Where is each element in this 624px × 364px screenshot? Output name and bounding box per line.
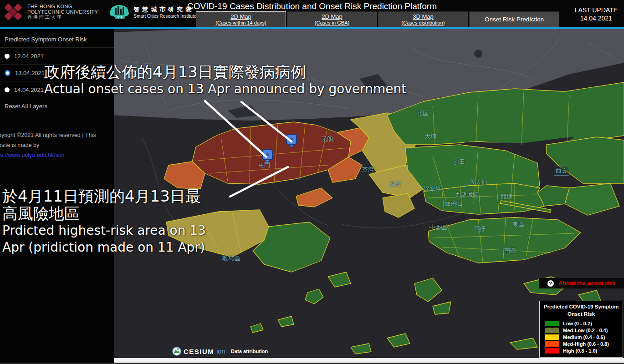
legend-item-high: High (0.8 - 1.0) bbox=[540, 347, 623, 354]
district-label: 深水埗 bbox=[424, 185, 442, 193]
sidebar-section-title: Predicted Symptom Onset Risk bbox=[0, 29, 114, 48]
annotation-actual-onset: 政府後續公佈的4月13日實際發病病例 Actual onset cases on… bbox=[44, 63, 406, 97]
legend-swatch bbox=[545, 341, 559, 347]
district-label: 南區 bbox=[504, 247, 516, 255]
district-label: 灣仔 bbox=[474, 225, 486, 233]
cesium-product: ion bbox=[216, 348, 225, 355]
radio-icon[interactable] bbox=[5, 87, 10, 92]
legend-item-med-low: Med-Low (0.2 - 0.4) bbox=[540, 327, 623, 334]
district-label: 葵青 bbox=[389, 180, 401, 188]
app-window: THE HONG KONG POLYTECHNIC UNIVERSITY 香港理… bbox=[0, 0, 624, 364]
reset-all-layers-button[interactable]: Reset All Layers bbox=[0, 98, 114, 114]
district-label: 黃大仙 bbox=[470, 178, 487, 186]
scri-website-link[interactable]: https://www.polyu.edu.hk/scri bbox=[0, 152, 64, 158]
legend-item-low: Low (0 - 0.2) bbox=[540, 320, 623, 327]
reset-all-layers-label: Reset All Layers bbox=[5, 103, 47, 110]
legend-rows: Low (0 - 0.2) Med-Low (0.2 - 0.4) Medium… bbox=[540, 320, 623, 354]
date-option-label: 14.04.2021 bbox=[14, 86, 44, 93]
district-label: 西貢 bbox=[554, 166, 569, 176]
copyright-notice: Copyright ©2021 All rights reserved | Th… bbox=[0, 130, 114, 160]
logo-area: THE HONG KONG POLYTECHNIC UNIVERSITY 香港理… bbox=[4, 3, 196, 21]
legend-title-line1: Predicted COVID-19 Symptom bbox=[540, 303, 623, 310]
legend-item-med-high: Med-High (0.6 - 0.8) bbox=[540, 340, 623, 347]
tab-2d-map-14-days[interactable]: 2D Map (Cases within 14 days) bbox=[196, 11, 286, 27]
svg-text:SCRI: SCRI bbox=[117, 16, 123, 19]
page-title: COVID-19 Cases Distribution and Onset Ri… bbox=[187, 1, 437, 11]
district-label: 沙田 bbox=[453, 158, 465, 166]
legend-swatch bbox=[545, 348, 559, 354]
tab-bar: 2D Map (Cases within 14 days) 2D Map (Ca… bbox=[196, 11, 559, 27]
date-option-12-04-2021[interactable]: 12.04.2021 bbox=[0, 48, 114, 65]
question-icon: ? bbox=[547, 280, 554, 287]
district-label: 中西區 bbox=[430, 223, 447, 232]
district-label: 東區 bbox=[512, 220, 524, 228]
tab-onset-risk-prediction[interactable]: Onset Risk Prediction bbox=[469, 11, 559, 27]
polyu-logo-text: THE HONG KONG POLYTECHNIC UNIVERSITY 香港理… bbox=[27, 4, 98, 20]
last-update: LAST UPDATE 14.04.2021 bbox=[575, 6, 618, 22]
radio-icon[interactable] bbox=[5, 54, 10, 59]
legend-swatch bbox=[545, 334, 559, 340]
about-onset-risk-button[interactable]: ? About the onset risk bbox=[539, 278, 624, 288]
cesium-attribution[interactable]: CESIUM ion Data attribution bbox=[172, 347, 268, 356]
district-label: 屯門 bbox=[258, 161, 270, 169]
district-label: 大埔 bbox=[425, 132, 436, 141]
horizontal-scrollbar[interactable] bbox=[114, 358, 624, 363]
header-accent-line bbox=[0, 27, 624, 29]
scri-logo: SCRI 智慧城市研究院 Smart Cities Research Insti… bbox=[109, 3, 196, 20]
district-label: 九龍城區 bbox=[455, 191, 479, 199]
polyu-logo-icon bbox=[4, 3, 23, 21]
legend-title-line2: Onset Risk bbox=[540, 310, 623, 318]
risk-legend: Predicted COVID-19 Symptom Onset Risk Lo… bbox=[539, 301, 623, 358]
legend-swatch bbox=[545, 321, 559, 326]
annotation-predicted-area: 於4月11日預測的4月13日最 高風險地區 Prdicted highest-r… bbox=[2, 187, 206, 256]
district-label: 元朗 bbox=[321, 135, 333, 143]
tab-2d-map-gba[interactable]: 2D Map (Cases in GBA) bbox=[287, 11, 377, 27]
legend-item-medium: Medium (0.4 - 0.6) bbox=[540, 334, 623, 340]
tab-3d-map-distribution[interactable]: 3D Map (Cases distribution) bbox=[378, 11, 468, 27]
district-label: 離島區 bbox=[223, 254, 240, 263]
district-label: 荃灣 bbox=[362, 166, 374, 174]
radio-icon-selected[interactable] bbox=[5, 70, 10, 76]
scri-logo-icon: SCRI bbox=[109, 3, 130, 20]
cesium-ion-icon bbox=[172, 347, 181, 356]
data-attribution-link[interactable]: Data attribution bbox=[231, 349, 268, 354]
district-label: 北區 bbox=[417, 109, 429, 117]
cesium-brand: CESIUM bbox=[184, 348, 214, 355]
date-option-label: 13.04.2021 bbox=[15, 70, 45, 76]
district-label: 油尖旺 bbox=[445, 199, 462, 207]
date-option-label: 12.04.2021 bbox=[14, 53, 44, 60]
about-onset-risk-label: About the onset risk bbox=[558, 280, 616, 287]
legend-swatch bbox=[545, 328, 559, 333]
district-label: 觀塘 bbox=[501, 193, 512, 201]
